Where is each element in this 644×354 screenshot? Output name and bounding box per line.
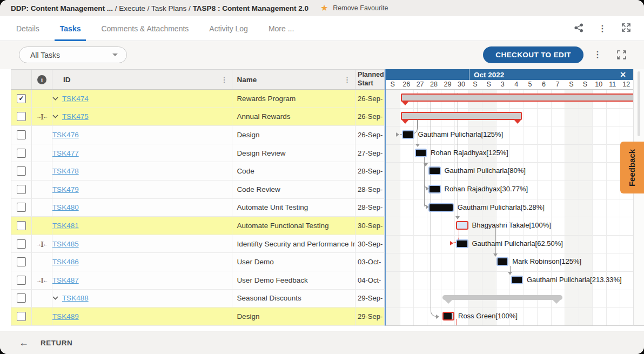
task-link[interactable]: TSK474 [62,95,89,103]
gantt-task-bar[interactable] [402,130,414,139]
planned-start-cell: 29-Sep- [355,290,385,308]
task-link[interactable]: TSK485 [52,240,79,248]
gantt-day-label: 26 [399,80,413,89]
bar-assignee-label: Rohan Rajadhyax[30.77%] [445,185,528,193]
gantt-month-header: Oct 2022 ✕ [386,69,633,80]
chevron-down-icon[interactable] [52,97,58,101]
name-column-header[interactable]: Name ⋮ [232,70,355,89]
checkbox-cell [11,126,32,144]
dependency-arrow [436,315,439,319]
breadcrumb-project[interactable]: DDP: Content Management ... [11,4,113,12]
row-checkbox[interactable] [17,276,26,285]
checkbox-cell [11,199,32,217]
chevron-down-icon[interactable] [52,296,58,300]
gantt-task-bar[interactable] [511,276,524,284]
breadcrumb-path[interactable]: / Execute / Task Plans / [115,4,191,12]
row-checkbox[interactable] [17,239,26,249]
gantt-task-bar[interactable] [456,239,468,248]
gantt-task-bar[interactable] [415,149,427,157]
row-checkbox[interactable]: ✓ [17,94,26,103]
gantt-summary-bar[interactable] [401,112,522,120]
favourite-toggle[interactable]: ★ Remove Favourite [320,4,388,12]
row-checkbox[interactable] [17,257,26,266]
gantt-task-bar[interactable] [428,185,441,193]
tab-activity-log[interactable]: Activity Log [209,16,248,41]
planned-start-cell: 04-Oct- [355,271,385,289]
bar-assignee-label: Bhagyashri Takale[100%] [472,221,551,230]
checkout-to-edit-button[interactable]: CHECKOUT TO EDIT [483,46,583,63]
back-arrow-icon[interactable]: ← [19,338,29,348]
row-checkbox[interactable] [17,293,26,303]
task-link[interactable]: TSK486 [52,258,79,266]
gantt-day-label: 29 [441,80,454,89]
task-link[interactable]: TSK481 [52,222,79,230]
task-filter-dropdown[interactable]: All Tasks [19,46,127,63]
tab-comments-attachments[interactable]: Comments & Attachments [101,16,189,41]
id-cell: TSK481 [52,217,233,235]
id-cell: TSK477 [52,144,233,162]
info-column-header: i [32,70,52,89]
toolbar-more-options-icon[interactable]: ⋮ [593,50,602,59]
dependency-arrow [493,253,498,257]
scrollbar-thumb[interactable] [638,71,640,136]
row-checkbox[interactable] [17,312,26,321]
breadcrumb-bar: DDP: Content Management ... / Execute / … [0,0,644,16]
more-options-icon[interactable]: ⋮ [598,24,607,33]
fullscreen-icon[interactable] [621,23,631,35]
task-link[interactable]: TSK488 [62,294,89,302]
feedback-tab[interactable]: Feedback [620,142,644,193]
gantt-day-label: 28 [427,80,440,89]
task-link[interactable]: TSK477 [52,149,79,157]
tab-tasks[interactable]: Tasks [60,16,81,41]
row-checkbox[interactable] [17,185,26,194]
row-checkbox[interactable] [17,130,26,139]
favourite-label: Remove Favourite [333,4,388,12]
return-button[interactable]: RETURN [41,339,72,347]
tab-details[interactable]: Details [16,16,39,41]
gantt-task-bar[interactable] [497,257,509,266]
task-link[interactable]: TSK478 [52,167,79,175]
dependency-constraint-icon: →][← [36,241,48,247]
task-link[interactable]: TSK487 [52,276,79,284]
task-link[interactable]: TSK480 [52,203,79,211]
gantt-task-bar[interactable] [456,221,468,230]
gantt-task-bar[interactable] [428,166,441,175]
gantt-day-label: 11 [606,80,619,89]
gantt-close-icon[interactable]: ✕ [620,69,626,80]
row-checkbox[interactable] [17,203,26,212]
task-link[interactable]: TSK489 [52,312,79,320]
gantt-summary-bar[interactable] [442,295,562,300]
name-column-menu-icon[interactable]: ⋮ [344,76,351,84]
gantt-summary-bar[interactable] [401,93,633,102]
planned-start-column-header[interactable]: Planned Start [355,70,385,89]
id-column-header[interactable]: ID ⋮ [52,70,233,89]
id-cell: TSK487 [52,271,233,289]
share-icon[interactable] [574,23,583,35]
row-checkbox[interactable] [17,112,26,121]
row-checkbox[interactable] [17,221,26,230]
task-link[interactable]: TSK476 [52,131,79,139]
planned-start-cell: 26-Sep- [355,126,385,144]
gantt-day-label: S [468,80,482,89]
task-link[interactable]: TSK479 [52,185,79,193]
table-row: TSK477Design Review27-Sep- [11,144,385,163]
table-row: →][←TSK487User Demo Feedback04-Oct- [11,271,385,290]
row-checkbox[interactable] [17,166,26,176]
vertical-scrollbar[interactable] [633,69,644,326]
info-cell [32,144,52,162]
id-column-menu-icon[interactable]: ⋮ [220,76,227,84]
gantt-task-bar[interactable] [442,312,455,320]
tab-more[interactable]: More ... [269,16,294,41]
id-cell: TSK485 [52,235,233,253]
row-checkbox[interactable] [17,149,26,158]
app-window: DDP: Content Management ... / Execute / … [0,0,644,354]
star-icon[interactable]: ★ [320,4,328,12]
info-cell: →][← [32,235,52,253]
task-table: i ID ⋮ Name ⋮ Planned Start ✓TSK474Rewar… [11,69,385,326]
bar-assignee-label: Gauthami Pulicharla[80%] [445,166,526,175]
task-link[interactable]: TSK475 [62,112,89,121]
toolbar-fullscreen-icon[interactable] [616,50,627,62]
gantt-task-bar[interactable] [428,203,454,212]
chevron-down-icon[interactable] [52,115,58,118]
checkbox-cell [11,290,32,308]
